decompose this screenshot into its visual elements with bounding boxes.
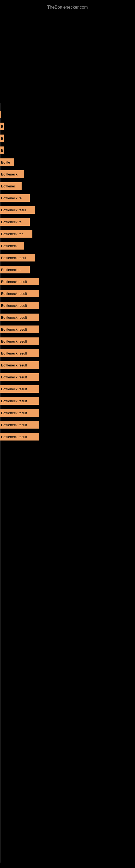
result-bar — [0, 111, 1, 118]
result-bar: B — [0, 147, 4, 154]
bars-container: BBBBottleBottleneckBottlenecBottleneck r… — [0, 108, 135, 443]
bar-row: Bottleneck result — [0, 371, 135, 383]
result-bar: Bottleneck result — [0, 373, 39, 381]
result-bar: Bottleneck result — [0, 326, 39, 333]
result-bar: Bottleneck — [0, 242, 24, 250]
result-bar: Bottleneck result — [0, 409, 39, 416]
result-bar: Bottleneck re — [0, 266, 30, 273]
bar-row: B — [0, 132, 135, 144]
bar-row: B — [0, 120, 135, 132]
result-bar: Bottleneck result — [0, 278, 39, 285]
bar-row: Bottleneck re — [0, 192, 135, 204]
bar-row: Bottleneck result — [0, 359, 135, 371]
result-bar: Bottleneck res — [0, 230, 32, 238]
bar-row: B — [0, 144, 135, 156]
bar-row: Bottleneck — [0, 240, 135, 252]
bar-row: Bottleneck result — [0, 287, 135, 300]
bar-row: Bottleneck result — [0, 431, 135, 443]
result-bar: Bottleneck result — [0, 421, 39, 429]
result-bar: Bottleneck result — [0, 361, 39, 369]
result-bar: Bottleneck result — [0, 349, 39, 357]
bar-row: Bottle — [0, 156, 135, 168]
bar-row: Bottleneck result — [0, 311, 135, 323]
result-bar: B — [0, 123, 4, 130]
bar-row: Bottleneck resul — [0, 252, 135, 264]
result-bar: Bottlenec — [0, 182, 21, 190]
bar-row: Bottleneck result — [0, 276, 135, 287]
bar-row: Bottleneck re — [0, 216, 135, 228]
result-bar: Bottleneck result — [0, 397, 39, 405]
result-bar: Bottleneck result — [0, 290, 39, 297]
result-bar: B — [0, 134, 4, 142]
bar-row: Bottleneck result — [0, 323, 135, 335]
result-bar: Bottleneck resul — [0, 206, 35, 214]
site-title: TheBottlenecker.com — [0, 2, 135, 12]
bar-row: Bottleneck result — [0, 407, 135, 419]
result-bar: Bottleneck re — [0, 218, 30, 226]
result-bar: Bottleneck resul — [0, 254, 35, 261]
bar-row: Bottleneck res — [0, 228, 135, 240]
bar-row — [0, 108, 135, 120]
result-bar: Bottleneck result — [0, 337, 39, 345]
bar-row: Bottleneck result — [0, 419, 135, 431]
bar-row: Bottleneck result — [0, 300, 135, 311]
bar-row: Bottleneck result — [0, 335, 135, 347]
bar-row: Bottleneck resul — [0, 204, 135, 216]
result-bar: Bottleneck — [0, 170, 24, 178]
result-bar: Bottleneck result — [0, 302, 39, 309]
bar-row: Bottleneck result — [0, 347, 135, 359]
result-bar: Bottleneck result — [0, 314, 39, 321]
bar-row: Bottlenec — [0, 180, 135, 192]
bar-row: Bottleneck re — [0, 264, 135, 276]
bar-row: Bottleneck — [0, 168, 135, 180]
bar-row: Bottleneck result — [0, 395, 135, 407]
result-bar: Bottleneck result — [0, 433, 39, 440]
result-bar: Bottleneck result — [0, 385, 39, 393]
result-bar: Bottleneck re — [0, 194, 30, 202]
result-bar: Bottle — [0, 158, 14, 166]
bar-row: Bottleneck result — [0, 383, 135, 395]
